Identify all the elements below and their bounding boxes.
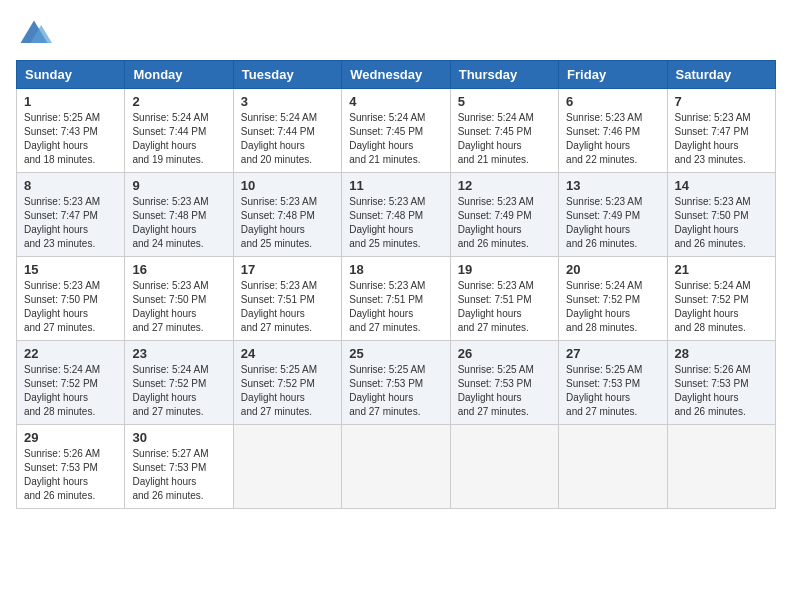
day-header-monday: Monday — [125, 61, 233, 89]
day-cell-26: 26Sunrise: 5:25 AMSunset: 7:53 PMDayligh… — [450, 341, 558, 425]
calendar-body: 1Sunrise: 5:25 AMSunset: 7:43 PMDaylight… — [17, 89, 776, 509]
day-info: Sunrise: 5:25 AMSunset: 7:52 PMDaylight … — [241, 363, 334, 419]
day-cell-6: 6Sunrise: 5:23 AMSunset: 7:46 PMDaylight… — [559, 89, 667, 173]
day-cell-9: 9Sunrise: 5:23 AMSunset: 7:48 PMDaylight… — [125, 173, 233, 257]
day-info: Sunrise: 5:23 AMSunset: 7:49 PMDaylight … — [566, 195, 659, 251]
day-cell-29: 29Sunrise: 5:26 AMSunset: 7:53 PMDayligh… — [17, 425, 125, 509]
day-number: 24 — [241, 346, 334, 361]
day-number: 21 — [675, 262, 768, 277]
day-cell-17: 17Sunrise: 5:23 AMSunset: 7:51 PMDayligh… — [233, 257, 341, 341]
calendar-header: SundayMondayTuesdayWednesdayThursdayFrid… — [17, 61, 776, 89]
day-number: 6 — [566, 94, 659, 109]
day-number: 19 — [458, 262, 551, 277]
day-number: 4 — [349, 94, 442, 109]
calendar-week-4: 22Sunrise: 5:24 AMSunset: 7:52 PMDayligh… — [17, 341, 776, 425]
day-info: Sunrise: 5:23 AMSunset: 7:48 PMDaylight … — [349, 195, 442, 251]
day-number: 5 — [458, 94, 551, 109]
day-cell-20: 20Sunrise: 5:24 AMSunset: 7:52 PMDayligh… — [559, 257, 667, 341]
day-cell-24: 24Sunrise: 5:25 AMSunset: 7:52 PMDayligh… — [233, 341, 341, 425]
day-cell-22: 22Sunrise: 5:24 AMSunset: 7:52 PMDayligh… — [17, 341, 125, 425]
day-info: Sunrise: 5:23 AMSunset: 7:49 PMDaylight … — [458, 195, 551, 251]
day-number: 20 — [566, 262, 659, 277]
day-number: 25 — [349, 346, 442, 361]
day-info: Sunrise: 5:25 AMSunset: 7:53 PMDaylight … — [566, 363, 659, 419]
day-header-thursday: Thursday — [450, 61, 558, 89]
day-number: 9 — [132, 178, 225, 193]
day-info: Sunrise: 5:23 AMSunset: 7:46 PMDaylight … — [566, 111, 659, 167]
day-info: Sunrise: 5:24 AMSunset: 7:44 PMDaylight … — [132, 111, 225, 167]
day-number: 14 — [675, 178, 768, 193]
day-header-saturday: Saturday — [667, 61, 775, 89]
day-header-wednesday: Wednesday — [342, 61, 450, 89]
calendar-table: SundayMondayTuesdayWednesdayThursdayFrid… — [16, 60, 776, 509]
day-number: 17 — [241, 262, 334, 277]
day-number: 8 — [24, 178, 117, 193]
day-info: Sunrise: 5:23 AMSunset: 7:50 PMDaylight … — [24, 279, 117, 335]
day-number: 30 — [132, 430, 225, 445]
logo-icon — [16, 16, 52, 52]
day-cell-28: 28Sunrise: 5:26 AMSunset: 7:53 PMDayligh… — [667, 341, 775, 425]
day-cell-2: 2Sunrise: 5:24 AMSunset: 7:44 PMDaylight… — [125, 89, 233, 173]
day-info: Sunrise: 5:23 AMSunset: 7:51 PMDaylight … — [241, 279, 334, 335]
header-row: SundayMondayTuesdayWednesdayThursdayFrid… — [17, 61, 776, 89]
day-info: Sunrise: 5:24 AMSunset: 7:52 PMDaylight … — [675, 279, 768, 335]
empty-cell — [233, 425, 341, 509]
day-number: 18 — [349, 262, 442, 277]
day-cell-11: 11Sunrise: 5:23 AMSunset: 7:48 PMDayligh… — [342, 173, 450, 257]
day-cell-14: 14Sunrise: 5:23 AMSunset: 7:50 PMDayligh… — [667, 173, 775, 257]
day-info: Sunrise: 5:26 AMSunset: 7:53 PMDaylight … — [24, 447, 117, 503]
day-info: Sunrise: 5:23 AMSunset: 7:51 PMDaylight … — [349, 279, 442, 335]
empty-cell — [342, 425, 450, 509]
day-number: 23 — [132, 346, 225, 361]
day-number: 12 — [458, 178, 551, 193]
day-number: 16 — [132, 262, 225, 277]
day-header-tuesday: Tuesday — [233, 61, 341, 89]
day-number: 3 — [241, 94, 334, 109]
day-info: Sunrise: 5:25 AMSunset: 7:53 PMDaylight … — [349, 363, 442, 419]
calendar-week-3: 15Sunrise: 5:23 AMSunset: 7:50 PMDayligh… — [17, 257, 776, 341]
day-cell-30: 30Sunrise: 5:27 AMSunset: 7:53 PMDayligh… — [125, 425, 233, 509]
day-info: Sunrise: 5:24 AMSunset: 7:45 PMDaylight … — [458, 111, 551, 167]
day-cell-21: 21Sunrise: 5:24 AMSunset: 7:52 PMDayligh… — [667, 257, 775, 341]
day-info: Sunrise: 5:23 AMSunset: 7:50 PMDaylight … — [675, 195, 768, 251]
day-cell-10: 10Sunrise: 5:23 AMSunset: 7:48 PMDayligh… — [233, 173, 341, 257]
empty-cell — [559, 425, 667, 509]
day-number: 29 — [24, 430, 117, 445]
day-cell-23: 23Sunrise: 5:24 AMSunset: 7:52 PMDayligh… — [125, 341, 233, 425]
calendar-week-5: 29Sunrise: 5:26 AMSunset: 7:53 PMDayligh… — [17, 425, 776, 509]
day-cell-15: 15Sunrise: 5:23 AMSunset: 7:50 PMDayligh… — [17, 257, 125, 341]
day-cell-5: 5Sunrise: 5:24 AMSunset: 7:45 PMDaylight… — [450, 89, 558, 173]
day-cell-19: 19Sunrise: 5:23 AMSunset: 7:51 PMDayligh… — [450, 257, 558, 341]
day-cell-27: 27Sunrise: 5:25 AMSunset: 7:53 PMDayligh… — [559, 341, 667, 425]
day-info: Sunrise: 5:24 AMSunset: 7:45 PMDaylight … — [349, 111, 442, 167]
day-cell-25: 25Sunrise: 5:25 AMSunset: 7:53 PMDayligh… — [342, 341, 450, 425]
day-info: Sunrise: 5:26 AMSunset: 7:53 PMDaylight … — [675, 363, 768, 419]
day-header-sunday: Sunday — [17, 61, 125, 89]
day-cell-4: 4Sunrise: 5:24 AMSunset: 7:45 PMDaylight… — [342, 89, 450, 173]
day-info: Sunrise: 5:23 AMSunset: 7:50 PMDaylight … — [132, 279, 225, 335]
calendar-week-2: 8Sunrise: 5:23 AMSunset: 7:47 PMDaylight… — [17, 173, 776, 257]
day-number: 22 — [24, 346, 117, 361]
day-info: Sunrise: 5:24 AMSunset: 7:44 PMDaylight … — [241, 111, 334, 167]
calendar-week-1: 1Sunrise: 5:25 AMSunset: 7:43 PMDaylight… — [17, 89, 776, 173]
day-cell-8: 8Sunrise: 5:23 AMSunset: 7:47 PMDaylight… — [17, 173, 125, 257]
day-info: Sunrise: 5:27 AMSunset: 7:53 PMDaylight … — [132, 447, 225, 503]
day-info: Sunrise: 5:25 AMSunset: 7:43 PMDaylight … — [24, 111, 117, 167]
day-number: 26 — [458, 346, 551, 361]
day-number: 28 — [675, 346, 768, 361]
day-number: 10 — [241, 178, 334, 193]
day-number: 15 — [24, 262, 117, 277]
day-cell-12: 12Sunrise: 5:23 AMSunset: 7:49 PMDayligh… — [450, 173, 558, 257]
day-header-friday: Friday — [559, 61, 667, 89]
day-number: 27 — [566, 346, 659, 361]
day-number: 11 — [349, 178, 442, 193]
day-info: Sunrise: 5:23 AMSunset: 7:48 PMDaylight … — [241, 195, 334, 251]
day-cell-13: 13Sunrise: 5:23 AMSunset: 7:49 PMDayligh… — [559, 173, 667, 257]
day-cell-16: 16Sunrise: 5:23 AMSunset: 7:50 PMDayligh… — [125, 257, 233, 341]
day-cell-1: 1Sunrise: 5:25 AMSunset: 7:43 PMDaylight… — [17, 89, 125, 173]
day-info: Sunrise: 5:23 AMSunset: 7:51 PMDaylight … — [458, 279, 551, 335]
day-info: Sunrise: 5:23 AMSunset: 7:47 PMDaylight … — [675, 111, 768, 167]
day-number: 7 — [675, 94, 768, 109]
logo — [16, 16, 56, 52]
day-cell-3: 3Sunrise: 5:24 AMSunset: 7:44 PMDaylight… — [233, 89, 341, 173]
